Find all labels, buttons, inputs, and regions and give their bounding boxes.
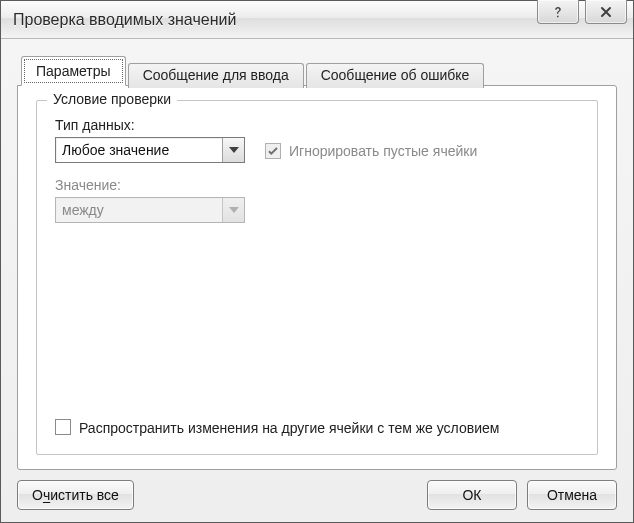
col-type: Тип данных: Любое значение [55,117,245,163]
ignore-blank-checkbox [265,143,281,159]
tab-page: Условие проверки Тип данных: Любое значе… [17,85,617,470]
group-spacer [55,231,579,419]
type-combobox-button[interactable] [222,138,244,162]
tab-error-message[interactable]: Сообщение об ошибке [306,63,485,88]
value-combobox-button [222,198,244,222]
clear-all-accesskey: ч [43,487,50,503]
window-buttons [537,0,627,24]
dialog-footer: Очистить все ОК Отмена [17,470,617,510]
validation-group: Условие проверки Тип данных: Любое значе… [36,100,598,455]
close-button[interactable] [585,0,627,24]
dialog-window: Проверка вводимых значений Параметры Соо… [0,0,634,523]
tab-input-message[interactable]: Сообщение для ввода [128,63,304,88]
value-combobox: между [55,197,245,223]
cancel-button[interactable]: Отмена [527,480,617,510]
apply-others-row: Распространить изменения на другие ячейк… [55,419,579,438]
clear-all-prefix: О [32,487,43,503]
window-title: Проверка вводимых значений [13,11,537,29]
clear-all-button[interactable]: Очистить все [17,480,134,510]
apply-others-label: Распространить изменения на другие ячейк… [79,419,499,438]
apply-others-checkbox[interactable] [55,419,71,435]
chevron-down-icon [229,207,239,213]
ignore-blank-checkbox-row: Игнорировать пустые ячейки [265,143,477,159]
type-combobox-value: Любое значение [56,142,222,158]
col-value: Значение: между [55,177,579,223]
check-icon [267,145,279,157]
client-area: Параметры Сообщение для ввода Сообщение … [1,39,633,522]
help-button[interactable] [537,0,579,24]
titlebar: Проверка вводимых значений [1,1,633,39]
value-combobox-value: между [56,202,222,218]
chevron-down-icon [229,147,239,153]
clear-all-suffix: истить все [50,487,119,503]
row-type: Тип данных: Любое значение [55,117,579,163]
type-combobox[interactable]: Любое значение [55,137,245,163]
ok-button[interactable]: ОК [427,480,517,510]
tab-strip: Параметры Сообщение для ввода Сообщение … [17,53,617,85]
ignore-blank-label: Игнорировать пустые ячейки [289,143,477,159]
value-label: Значение: [55,177,579,193]
close-icon [599,5,613,19]
help-icon [551,5,565,19]
tab-parameters[interactable]: Параметры [21,56,126,86]
type-label: Тип данных: [55,117,245,133]
group-legend: Условие проверки [47,91,177,107]
